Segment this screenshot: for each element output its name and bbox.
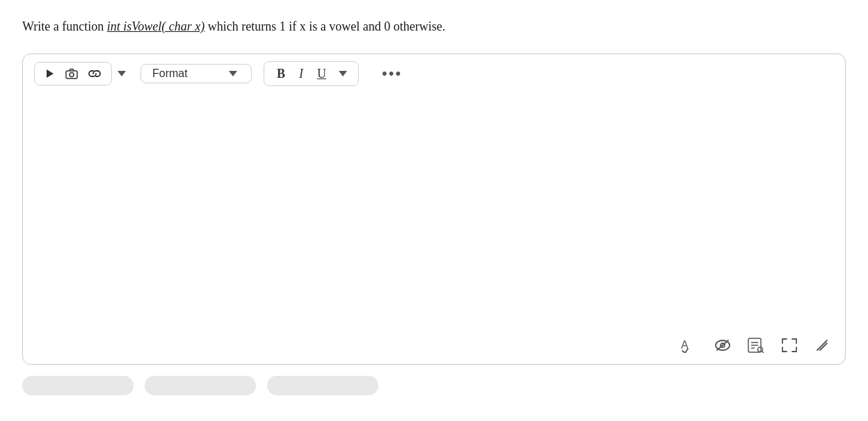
toolbar-separator-2 <box>257 65 258 82</box>
svg-rect-1 <box>66 71 77 79</box>
underline-button[interactable]: U <box>313 65 330 83</box>
editor-body[interactable] <box>23 93 845 329</box>
link-button[interactable] <box>83 66 106 81</box>
svg-marker-5 <box>339 71 347 76</box>
question-text: Write a function int isVowel( char x) wh… <box>22 17 846 37</box>
bottom-pill-1 <box>22 376 134 395</box>
svg-marker-3 <box>118 71 126 76</box>
bottom-pill-3 <box>267 376 378 395</box>
text-format-dropdown-button[interactable] <box>336 69 350 78</box>
find-button[interactable] <box>744 335 769 356</box>
eye-button[interactable] <box>710 336 735 354</box>
toolbar-separator-1 <box>134 65 135 82</box>
format-dropdown-button[interactable] <box>226 69 240 78</box>
svg-marker-0 <box>47 69 54 78</box>
bottom-pill-2 <box>145 376 256 395</box>
media-dropdown-button[interactable] <box>115 69 129 78</box>
expand-button[interactable] <box>777 335 802 356</box>
camera-button[interactable] <box>61 65 82 82</box>
svg-marker-4 <box>229 71 237 76</box>
format-label: Format <box>152 67 188 80</box>
toolbar-text-format-group: B I U <box>264 61 359 86</box>
question-text-before: Write a function <box>22 19 107 33</box>
diagonal-button[interactable] <box>810 335 834 356</box>
italic-button[interactable]: I <box>295 65 307 83</box>
play-button[interactable] <box>40 65 60 82</box>
toolbar-format-group: Format <box>140 64 252 83</box>
text-check-button[interactable]: A <box>677 335 702 356</box>
question-text-after: which returns 1 if x is a vowel and 0 ot… <box>204 19 445 33</box>
editor-container: Format B I U ••• <box>22 53 846 365</box>
bottom-bar <box>22 376 846 395</box>
svg-line-15 <box>762 351 764 353</box>
svg-point-14 <box>758 347 763 352</box>
editor-footer: A <box>23 329 845 364</box>
more-options-button[interactable]: ••• <box>376 62 408 85</box>
question-code-ref: int isVowel( char x) <box>107 19 204 33</box>
toolbar: Format B I U ••• <box>23 54 845 93</box>
toolbar-media-group <box>34 62 112 85</box>
toolbar-separator-3 <box>364 65 365 82</box>
bold-button[interactable]: B <box>273 65 289 83</box>
svg-point-2 <box>70 72 74 76</box>
